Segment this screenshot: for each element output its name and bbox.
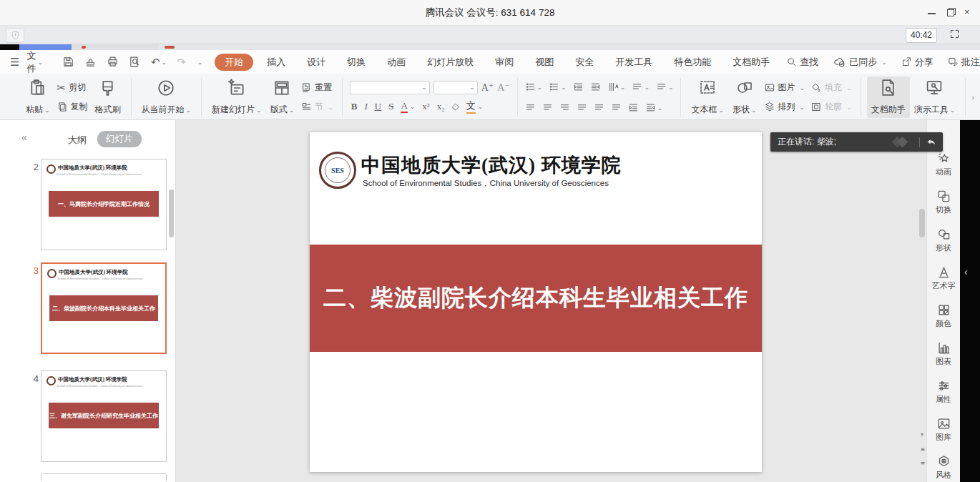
customize-quickbar-button[interactable]: ⌄ [196,59,203,66]
outline-button[interactable]: 轮廓⌄ [810,101,852,113]
cut-button[interactable]: ✂剪切 [57,82,88,94]
text-direction-button[interactable]: ⌄ [607,82,626,92]
sidebar-tool-颜色[interactable]: 颜色 [936,303,951,329]
ribbon-tab-切换[interactable]: 切换 [336,54,376,71]
sidebar-tool-形状[interactable]: 形状 [936,227,951,253]
ribbon-tab-动画[interactable]: 动画 [376,54,416,71]
align-left-button[interactable] [525,102,536,113]
distribute-button[interactable] [594,102,604,113]
paragraph-dialog-button[interactable]: ⌄ [632,82,650,92]
sidebar-tool-图库[interactable]: 图库 [936,417,951,443]
minimize-button[interactable] [927,9,937,17]
sidebar-tool-艺术字[interactable]: 艺术字 [932,265,956,291]
restore-button[interactable] [946,9,956,17]
font-size-select[interactable]: ⌄ [433,81,478,94]
ribbon-tab-安全[interactable]: 安全 [564,54,604,71]
file-menu-button[interactable]: 文件 ⌄ [26,49,43,75]
slide-thumbnail-partial[interactable] [41,473,167,481]
arrange-button[interactable]: 排列⌄ [764,101,805,113]
slide-thumbnail-2[interactable]: 中国地质大学(武汉) 环境学院School of Environmental S… [41,159,167,250]
columns-button[interactable] [611,102,622,113]
font-name-select[interactable]: ⌄ [350,81,430,94]
find-button[interactable]: 查找 [780,56,824,69]
close-button[interactable]: × [964,9,974,17]
undo-button[interactable]: ↶⌄ [151,56,167,67]
new-slide-button[interactable]: 新建幻灯片⌄ [207,77,266,118]
reply-icon[interactable] [926,137,937,148]
italic-button[interactable]: I [364,101,367,112]
ribbon-tab-插入[interactable]: 插入 [256,54,296,71]
ribbon-tab-文档助手[interactable]: 文档助手 [722,54,780,71]
fill-button[interactable]: 填充⌄ [810,82,852,94]
hamburger-icon[interactable]: ☰ [10,56,19,67]
increase-indent-button[interactable] [590,82,601,92]
shapes-button[interactable]: 形状⌄ [728,77,761,118]
panel-scrollbar-thumb[interactable] [169,190,174,237]
underline-button[interactable]: U [375,101,381,112]
sidebar-tool-动画[interactable]: 动画 [936,152,951,177]
sidebar-tool-图表[interactable]: 图表 [936,341,951,367]
ribbon-tab-开发工具[interactable]: 开发工具 [604,54,663,71]
tab-outline[interactable]: 大纲 [68,134,87,147]
numbered-list-button[interactable]: ⌄ [549,82,567,92]
fullscreen-button[interactable] [949,29,960,39]
paste-button[interactable]: 粘贴⌄ [21,77,54,118]
indent-left-button[interactable] [628,102,639,113]
strikethrough-button[interactable]: S [388,101,393,112]
line-spacing-button[interactable]: ⌄ [656,82,674,92]
textbox-button[interactable]: 文本框⌄ [687,77,728,118]
previous-slide-button[interactable]: ▴▴ [918,446,926,451]
toolbar-overflow-button[interactable]: › [971,77,974,118]
subscript-button[interactable]: x₂ [437,101,445,112]
meeting-security-button[interactable] [6,28,24,43]
tab-slides[interactable]: 幻灯片 [97,131,142,147]
slide-thumbnail-3[interactable]: 中国地质大学(武汉) 环境学院School of Environmental S… [41,262,167,354]
canvas-scrollbar-thumb[interactable] [919,209,925,237]
ribbon-tab-视图[interactable]: 视图 [524,54,564,71]
phonetic-guide-button[interactable]: 文 [466,99,476,114]
present-tools-button[interactable]: 演示工具⌄ [910,77,960,118]
panel-collapse-button[interactable]: « [21,132,27,143]
next-slide-button[interactable]: ▾▾ [918,461,926,466]
indent-right-button[interactable]: ⌄ [645,102,663,113]
increase-font-button[interactable]: A⁺ [481,82,494,94]
bold-button[interactable]: B [351,101,358,112]
decrease-font-button[interactable]: A⁻ [497,82,510,94]
clear-format-button[interactable]: ◇ [452,101,459,112]
slide-thumbnail-4[interactable]: 中国地质大学(武汉) 环境学院School of Environmental S… [41,370,167,462]
export-button[interactable] [84,56,97,68]
print-preview-button[interactable] [129,56,141,68]
bullet-list-button[interactable]: ⌄ [525,82,543,92]
play-from-current-button[interactable]: 从当前开始⌄ [137,77,196,118]
ribbon-tab-设计[interactable]: 设计 [296,54,336,71]
comment-button[interactable]: 批注 [942,56,980,69]
doc-assistant-button[interactable]: 文档助手 [867,77,910,118]
reset-button[interactable]: 重置 [301,82,333,94]
superscript-button[interactable]: x² [422,101,429,112]
redo-button[interactable]: ↷ [177,56,186,67]
sidebar-tool-属性[interactable]: 属性 [936,379,951,405]
align-right-button[interactable] [559,102,570,113]
save-button[interactable] [62,56,74,68]
font-color-button[interactable]: A [401,100,407,113]
share-button[interactable]: 分享 [896,56,939,69]
section-button[interactable]: 节⌄ [301,101,333,113]
copy-button[interactable]: 复制 [57,101,88,113]
ribbon-tab-特色功能[interactable]: 特色功能 [663,54,722,71]
ribbon-tab-审阅[interactable]: 审阅 [484,54,524,71]
main-slide[interactable]: SES 中国地质大学(武汉) 环境学院 School of Environmen… [310,132,762,472]
scroll-down-button[interactable]: ▾ [918,432,926,437]
print-button[interactable] [107,56,119,68]
layout-button[interactable]: 版式⌄ [266,77,299,118]
ribbon-tab-开始[interactable]: 开始 [215,54,253,71]
expand-panel-handle[interactable]: ‹ [964,266,968,277]
picture-button[interactable]: 图片⌄ [764,82,805,94]
align-center-button[interactable] [542,102,553,113]
format-painter-button[interactable]: 格式刷 [91,77,125,118]
sidebar-tool-风格[interactable]: 风格 [936,455,951,481]
justify-button[interactable] [577,102,587,113]
ribbon-tab-幻灯片放映[interactable]: 幻灯片放映 [416,54,484,71]
decrease-indent-button[interactable] [573,82,584,92]
sync-status-button[interactable]: 已同步 ⌄ [827,56,893,69]
sidebar-tool-切换[interactable]: 切换 [936,190,951,215]
